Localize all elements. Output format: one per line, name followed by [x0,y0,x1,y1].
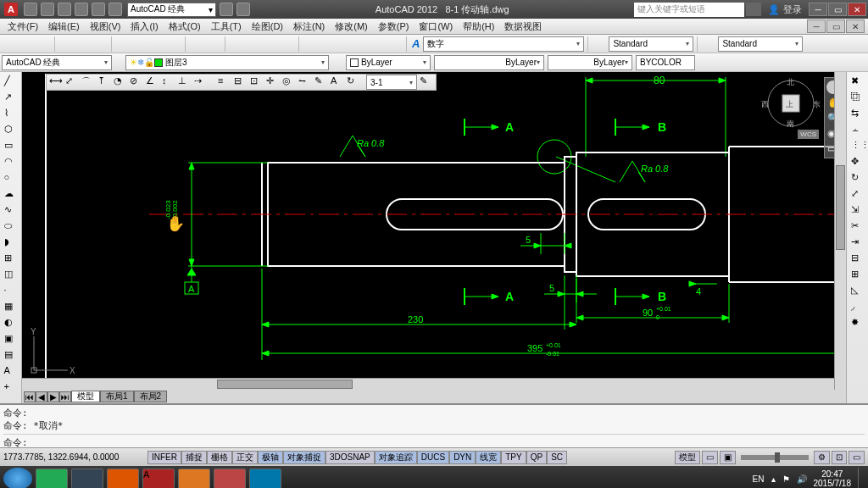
stretch-icon[interactable]: ⇲ [850,203,865,217]
xline-icon[interactable]: ↗ [3,91,19,104]
tray-vol-icon[interactable]: 🔊 [797,474,807,484]
status-toggle-3dosnap[interactable]: 3DOSNAP [326,451,375,464]
arc-icon[interactable]: ◠ [3,155,19,169]
viewcube[interactable]: 北 南 西 东 上 WCS [766,79,815,128]
search-icon[interactable] [746,3,761,16]
menu-insert[interactable]: 插入(I) [126,19,162,34]
minimize-button[interactable]: ─ [809,3,827,16]
dimrad-icon[interactable]: ◔ [114,75,127,89]
linetype-dropdown[interactable]: ByLayer▾ [434,55,544,70]
dimted-icon[interactable]: A [331,75,344,89]
dimedit-icon[interactable]: ✎ [314,75,328,89]
dimang-icon[interactable]: ∠ [146,75,159,89]
preview-icon[interactable] [75,36,91,52]
insert-icon[interactable]: ⊞ [3,252,19,265]
dimspace-icon[interactable]: ≡ [218,75,231,89]
ellipse-arc-icon[interactable]: ◗ [3,236,19,249]
wcs-label[interactable]: WCS [798,130,819,139]
dimord-icon[interactable]: ⤒ [97,75,111,89]
command-window[interactable]: 命令: 命令: *取消* 命令: [0,403,868,447]
zoom-prev-icon[interactable] [280,36,295,52]
text-a-icon[interactable]: A [412,37,420,50]
taskbar-app[interactable] [214,469,246,488]
status-btn-icon[interactable]: ⚙ [814,451,830,464]
taskbar-app[interactable] [71,469,103,488]
canvas-hscroll[interactable] [22,378,834,390]
mirror-icon[interactable]: ⇆ [850,107,865,120]
explode-icon[interactable]: ✸ [850,316,865,330]
workspace-dropdown[interactable]: AutoCAD 经典 ▾ [127,3,216,17]
polygon-icon[interactable]: ⬡ [3,123,19,136]
update-icon[interactable]: ↻ [347,75,360,89]
drawing-canvas[interactable]: ⟷ ⤢ ⌒ ⤒ ◔ ⊘ ∠ ↕ ⊥ ⇢ ≡ ⊟ ⊡ ✛ ◎ ⥊ ✎ A ↻ 3-… [22,72,846,403]
gradient-icon[interactable]: ◐ [3,316,19,330]
doc-close-button[interactable]: ✕ [846,19,865,33]
menu-view[interactable]: 视图(V) [86,19,125,34]
table-icon[interactable]: ▤ [3,348,19,362]
block-icon[interactable]: ◫ [3,268,19,281]
tab-prev-icon[interactable]: ◀ [36,391,47,402]
status-btn-icon[interactable]: ⊡ [832,451,847,464]
tray-net-icon[interactable]: ▴ [771,474,776,484]
redo-icon[interactable] [92,3,105,16]
tab-last-icon[interactable]: ⏭ [59,391,71,402]
zoom-icon[interactable] [246,36,261,52]
print-icon[interactable] [108,3,122,16]
start-button[interactable] [3,468,32,488]
calc-icon[interactable] [387,36,403,52]
inspect-icon[interactable]: ◎ [282,75,296,89]
mtext-icon[interactable]: A [3,364,19,378]
revcloud-icon[interactable]: ☁ [3,187,19,201]
qat-icon[interactable] [220,3,233,16]
status-toggle-ducs[interactable]: DUCS [417,451,449,464]
hatch-icon[interactable]: ▦ [3,300,19,313]
menu-dim[interactable]: 标注(N) [289,19,329,34]
status-toggle-栅格[interactable]: 栅格 [207,451,232,464]
maximize-button[interactable]: ▭ [828,3,847,16]
status-toggle-对象捕捉[interactable]: 对象捕捉 [283,451,326,464]
fillet-icon[interactable]: ◞ [850,300,865,313]
menu-modify[interactable]: 修改(M) [331,19,372,34]
paste-icon[interactable] [149,36,164,52]
undo-icon[interactable] [189,36,204,52]
offset-icon[interactable]: ⫠ [850,123,865,136]
menu-edit[interactable]: 编辑(E) [44,19,84,34]
taskbar-app[interactable] [107,469,139,488]
login-button[interactable]: 👤登录 [768,3,802,16]
jog-icon[interactable]: ⥊ [298,75,312,89]
table-icon[interactable] [701,36,716,52]
status-toggle-infer[interactable]: INFER [147,451,181,464]
menu-draw[interactable]: 绘图(D) [248,19,287,34]
open-icon[interactable] [19,36,34,52]
taskbar-app[interactable] [178,469,210,488]
taskbar-app[interactable] [36,469,68,488]
zoom-window-icon[interactable] [263,36,278,52]
pline-icon[interactable]: ⌇ [3,107,19,120]
point-icon[interactable]: · [3,284,19,297]
pan-icon[interactable] [229,36,244,52]
properties-icon[interactable] [303,36,318,52]
extend-icon[interactable]: ⇥ [850,236,865,249]
taskbar-app[interactable]: A [142,469,175,488]
chamfer-icon[interactable]: ◺ [850,284,865,297]
tab-model[interactable]: 模型 [71,391,100,402]
break-icon[interactable]: ⊟ [850,252,865,265]
save-icon[interactable] [36,36,51,52]
show-desktop-button[interactable] [858,468,865,488]
dimalign-icon[interactable]: ⤢ [65,75,79,89]
trim-icon[interactable]: ✂ [850,219,865,233]
status-toggle-tpy[interactable]: TPY [501,451,526,464]
array-icon[interactable]: ⋮⋮ [850,139,865,152]
dim-icon[interactable] [592,36,607,52]
plot-icon[interactable] [58,36,74,52]
join-icon[interactable]: ⊞ [850,268,865,281]
line-icon[interactable]: ╱ [3,75,19,88]
dimstyle-icon[interactable]: ✎ [420,75,433,89]
sheet-icon[interactable] [353,36,369,52]
menu-format[interactable]: 格式(O) [164,19,205,34]
qat-icon[interactable] [236,3,250,16]
menu-help[interactable]: 帮助(H) [459,19,498,34]
model-toggle[interactable]: 模型 [675,451,700,464]
rect-icon[interactable]: ▭ [3,139,19,152]
app-icon[interactable]: A [4,3,18,16]
